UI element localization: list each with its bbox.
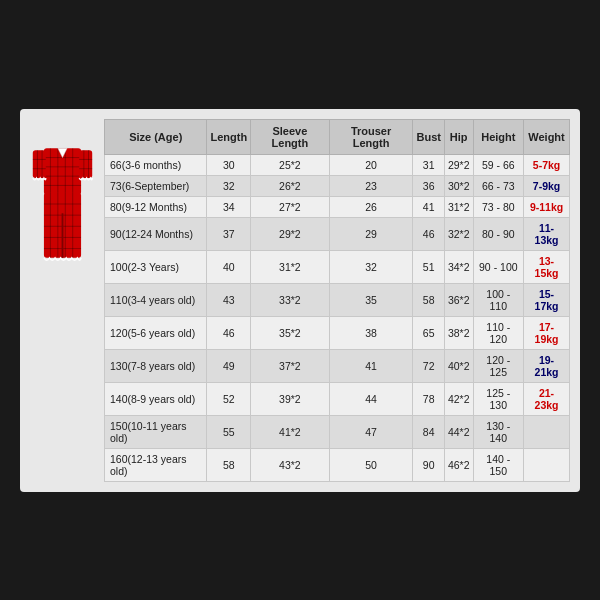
- table-cell: 150(10-11 years old): [105, 415, 207, 448]
- pajama-illustration: [30, 139, 100, 273]
- table-cell: 35*2: [251, 316, 330, 349]
- header-sleeve: Sleeve Length: [251, 119, 330, 154]
- table-cell: 34*2: [444, 250, 473, 283]
- table-cell: 32: [329, 250, 413, 283]
- table-cell: 50: [329, 448, 413, 481]
- table-cell: 140(8-9 years old): [105, 382, 207, 415]
- table-cell: 32: [207, 175, 251, 196]
- table-cell: 80 - 90: [473, 217, 524, 250]
- table-cell: 23: [329, 175, 413, 196]
- table-cell: 66(3-6 months): [105, 154, 207, 175]
- table-cell: 55: [207, 415, 251, 448]
- table-cell: [524, 448, 570, 481]
- table-cell: 41: [329, 349, 413, 382]
- table-cell: 42*2: [444, 382, 473, 415]
- table-row: 160(12-13 years old)5843*2509046*2140 - …: [105, 448, 570, 481]
- table-cell: 130(7-8 years old): [105, 349, 207, 382]
- size-chart-card: Size (Age) Length Sleeve Length Trouser …: [20, 109, 580, 492]
- table-row: 120(5-6 years old)4635*2386538*2110 - 12…: [105, 316, 570, 349]
- table-body: 66(3-6 months)3025*2203129*259 - 665-7kg…: [105, 154, 570, 481]
- table-cell: 100(2-3 Years): [105, 250, 207, 283]
- header-weight: Weight: [524, 119, 570, 154]
- table-cell: 90(12-24 Months): [105, 217, 207, 250]
- table-cell: 31*2: [444, 196, 473, 217]
- table-cell: 33*2: [251, 283, 330, 316]
- size-chart-table: Size (Age) Length Sleeve Length Trouser …: [104, 119, 570, 482]
- table-cell: 38: [329, 316, 413, 349]
- table-cell: 7-9kg: [524, 175, 570, 196]
- table-cell: 43: [207, 283, 251, 316]
- table-cell: 36*2: [444, 283, 473, 316]
- table-cell: 90: [413, 448, 444, 481]
- table-cell: 44: [329, 382, 413, 415]
- table-cell: 41*2: [251, 415, 330, 448]
- table-cell: 72: [413, 349, 444, 382]
- table-cell: 41: [413, 196, 444, 217]
- table-row: 140(8-9 years old)5239*2447842*2125 - 13…: [105, 382, 570, 415]
- table-cell: 58: [207, 448, 251, 481]
- table-cell: 19-21kg: [524, 349, 570, 382]
- table-cell: 11-13kg: [524, 217, 570, 250]
- table-cell: 140 - 150: [473, 448, 524, 481]
- header-height: Height: [473, 119, 524, 154]
- table-cell: 49: [207, 349, 251, 382]
- table-cell: 39*2: [251, 382, 330, 415]
- table-cell: 46*2: [444, 448, 473, 481]
- table-cell: 21-23kg: [524, 382, 570, 415]
- table-cell: 37: [207, 217, 251, 250]
- table-row: 150(10-11 years old)5541*2478444*2130 - …: [105, 415, 570, 448]
- header-hip: Hip: [444, 119, 473, 154]
- table-cell: 40: [207, 250, 251, 283]
- table-cell: 59 - 66: [473, 154, 524, 175]
- table-row: 90(12-24 Months)3729*2294632*280 - 9011-…: [105, 217, 570, 250]
- table-cell: 5-7kg: [524, 154, 570, 175]
- table-cell: 13-15kg: [524, 250, 570, 283]
- table-row: 73(6-September)3226*2233630*266 - 737-9k…: [105, 175, 570, 196]
- table-cell: 30: [207, 154, 251, 175]
- table-cell: 29: [329, 217, 413, 250]
- table-cell: 15-17kg: [524, 283, 570, 316]
- table-cell: 84: [413, 415, 444, 448]
- table-cell: 31: [413, 154, 444, 175]
- table-cell: 31*2: [251, 250, 330, 283]
- table-cell: 29*2: [251, 217, 330, 250]
- table-cell: 73(6-September): [105, 175, 207, 196]
- header-bust: Bust: [413, 119, 444, 154]
- table-cell: 78: [413, 382, 444, 415]
- table-cell: 30*2: [444, 175, 473, 196]
- content-area: Size (Age) Length Sleeve Length Trouser …: [30, 119, 570, 482]
- table-cell: 32*2: [444, 217, 473, 250]
- svg-rect-10: [33, 150, 46, 178]
- table-cell: 46: [207, 316, 251, 349]
- table-cell: 130 - 140: [473, 415, 524, 448]
- table-cell: 80(9-12 Months): [105, 196, 207, 217]
- table-cell: 17-19kg: [524, 316, 570, 349]
- table-cell: 120 - 125: [473, 349, 524, 382]
- table-cell: 160(12-13 years old): [105, 448, 207, 481]
- table-cell: 43*2: [251, 448, 330, 481]
- table-cell: 51: [413, 250, 444, 283]
- table-cell: 27*2: [251, 196, 330, 217]
- table-row: 130(7-8 years old)4937*2417240*2120 - 12…: [105, 349, 570, 382]
- table-cell: 25*2: [251, 154, 330, 175]
- table-cell: 37*2: [251, 349, 330, 382]
- table-cell: 65: [413, 316, 444, 349]
- table-row: 100(2-3 Years)4031*2325134*290 - 10013-1…: [105, 250, 570, 283]
- table-row: 80(9-12 Months)3427*2264131*273 - 809-11…: [105, 196, 570, 217]
- header-size: Size (Age): [105, 119, 207, 154]
- table-cell: 90 - 100: [473, 250, 524, 283]
- table-cell: 9-11kg: [524, 196, 570, 217]
- table-cell: 29*2: [444, 154, 473, 175]
- table-cell: 120(5-6 years old): [105, 316, 207, 349]
- table-cell: 26*2: [251, 175, 330, 196]
- table-row: 110(3-4 years old)4333*2355836*2100 - 11…: [105, 283, 570, 316]
- table-cell: 47: [329, 415, 413, 448]
- table-cell: 20: [329, 154, 413, 175]
- table-cell: 46: [413, 217, 444, 250]
- table-cell: 66 - 73: [473, 175, 524, 196]
- table-cell: [524, 415, 570, 448]
- table-cell: 26: [329, 196, 413, 217]
- table-cell: 52: [207, 382, 251, 415]
- table-cell: 40*2: [444, 349, 473, 382]
- table-cell: 35: [329, 283, 413, 316]
